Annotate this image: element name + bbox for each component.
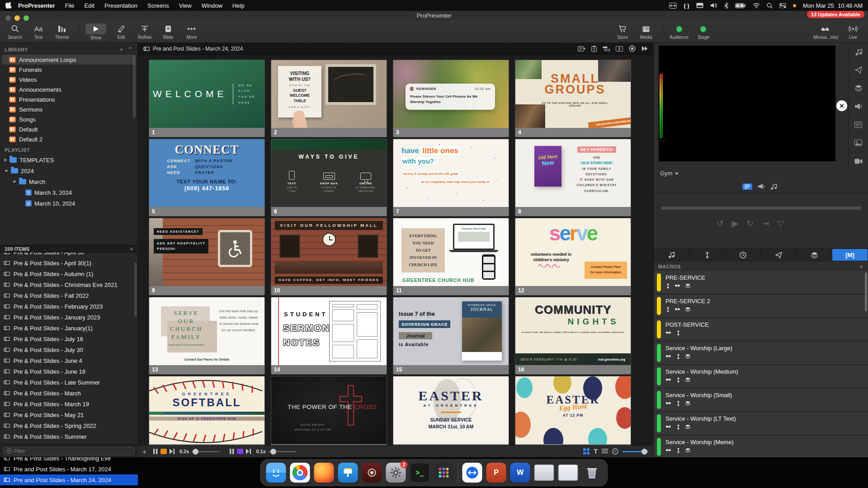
tab-audio[interactable]	[654, 249, 689, 261]
slide-thumbnail-9[interactable]: NEED ASSISTANCE? ASK ANY HOSPITALITYPERS…	[149, 218, 265, 296]
finder-dock-icon[interactable]	[266, 463, 286, 483]
settings-dock-icon[interactable]: 2	[386, 463, 406, 483]
presentation-list-item[interactable]: Pre & Post Slides - Autumn (1)	[0, 268, 138, 279]
rewind-15-button[interactable]: ↺	[717, 218, 724, 229]
list-view-icon[interactable]	[602, 449, 608, 454]
slide-thumbnail-19[interactable]: EASTER AT GREENTREE SUNDAY SERVICEMARCH …	[393, 376, 509, 454]
media-bin-icon[interactable]	[578, 46, 585, 52]
library-item[interactable]: Sermons	[0, 104, 137, 114]
updates-available-badge[interactable]: 13 Updates Available	[807, 11, 864, 18]
slide-thumbnail-4[interactable]: SMALLGROUPS GO TO THE HUB FOR INFO ON AL…	[515, 60, 631, 137]
playlist-folder-march[interactable]: March	[0, 176, 137, 187]
slide-thumbnail-11[interactable]: EVERYTHINGYOU NEEDTO GETINVOLVED INCHURC…	[393, 218, 509, 296]
teamviewer-dock-icon[interactable]	[462, 463, 482, 483]
show-button[interactable]: Show	[85, 23, 106, 40]
playback-progress-bar[interactable]	[661, 206, 861, 210]
library-item[interactable]: Announcement Loops	[2, 55, 136, 65]
chevron-right-icon[interactable]	[5, 158, 7, 162]
slide-thumbnail-20[interactable]: EASTER Egg Hunt AT 12 PM 20	[515, 376, 631, 454]
library-item[interactable]: Videos	[0, 75, 137, 84]
word-dock-icon[interactable]: W	[510, 463, 530, 483]
media-loop-chip-purple[interactable]	[237, 449, 243, 454]
slide-thumbnail-5[interactable]: CONNECT CONNECTWITH A PASTOR ASKQUESTION…	[149, 139, 265, 216]
media-loop-chip-orange[interactable]	[160, 449, 167, 454]
menu-item[interactable]: Help	[232, 2, 245, 9]
presentation-list-item[interactable]: Pre & Post Slides - July 16	[0, 333, 138, 344]
presentation-list-item[interactable]: Pre and Post Slides - March 24, 2024	[0, 474, 138, 485]
edit-button[interactable]: Edit	[113, 24, 130, 40]
presentation-list-item[interactable]: Pre & Post Slides - January 2023	[0, 312, 138, 323]
menu-item[interactable]: ProPresenter	[18, 2, 55, 9]
advance-icon[interactable]	[642, 46, 648, 52]
add-macro-button[interactable]: +	[859, 263, 863, 270]
chevron-down-icon[interactable]	[13, 181, 16, 183]
presentation-list-item[interactable]: Pre & Post Slides - Fall 2022	[0, 290, 138, 301]
presentation-list-item[interactable]: Pre & Post Slides - May 21	[0, 409, 138, 420]
presentation-list-item[interactable]: Pre & Post Slides - April 30(1)	[0, 258, 138, 268]
presentation-list-item[interactable]: Pre & Post Slides - June 18	[0, 366, 138, 377]
add-library-button[interactable]: +	[120, 46, 123, 53]
presentation-list-item[interactable]: Pre & Post Slides - Summer	[0, 431, 138, 442]
terminal-dock-icon[interactable]: >_	[410, 463, 430, 483]
powerpoint-dock-icon[interactable]: P	[486, 463, 506, 483]
minimized-window-thumbnail[interactable]	[534, 465, 554, 481]
macros-scrollbar[interactable]	[865, 272, 867, 311]
playlist-folder-templates[interactable]: TEMPLATES	[0, 155, 137, 165]
stage-screens-button[interactable]: Stage	[695, 24, 712, 40]
announcement-mode-button[interactable]	[758, 183, 765, 189]
presentation-list-item[interactable]: Pre & Post Slides - Christmas Eve 2021	[0, 279, 138, 290]
chrome-dock-icon[interactable]	[290, 463, 310, 483]
skip-next-icon[interactable]	[170, 449, 175, 454]
slide-thumbnail-2[interactable]: VISITINGWITH US? STOP BY THE GUESTWELCOM…	[271, 60, 387, 137]
audio-bin-icon[interactable]	[849, 43, 868, 61]
grid-view-icon[interactable]	[583, 448, 590, 455]
tab-macros[interactable]: [M]	[832, 249, 868, 261]
menu-item[interactable]: Edit	[85, 2, 94, 9]
library-item[interactable]: Funerals	[0, 65, 137, 75]
menu-item[interactable]: View	[179, 2, 192, 9]
macro-pre-service[interactable]: PRE-SERVICE	[654, 271, 868, 294]
trash-dock-icon[interactable]	[582, 463, 602, 483]
video-input-icon[interactable]	[849, 152, 868, 170]
spotlight-search-icon[interactable]	[767, 3, 773, 9]
record-target-icon[interactable]	[629, 45, 636, 52]
reflow-button[interactable]: Reflow	[136, 24, 153, 40]
photobooth-dock-icon[interactable]	[362, 463, 382, 483]
size-icon[interactable]	[612, 448, 618, 455]
slide-thumbnail-6[interactable]: WAYS TO GIVE TEXTGIVE TO73256 DROP BOXAT…	[271, 139, 387, 216]
timeline-icon[interactable]	[603, 46, 610, 52]
slide-thumbnail-1[interactable]: WELCOME WE'RE GLADYOU'RE HERE 1	[149, 60, 265, 137]
text-view-icon[interactable]: T	[594, 448, 598, 455]
macro-worship-lt-text[interactable]: Service - Worship (LT Text)	[654, 412, 868, 435]
presentation-list-item[interactable]: Pre & Post Slides - July 30	[0, 344, 138, 355]
slide-thumbnail-10[interactable]: VISIT OUR FELLOWSHIP MALL HAVE COFFEE, G…	[271, 218, 387, 296]
slide-thumbnail-12[interactable]: serve volunteers needed inchildren's min…	[515, 218, 631, 296]
macro-pre-service-2[interactable]: PRE-SERVICE 2	[654, 295, 868, 317]
macro-post-service[interactable]: POST-SERVICE	[654, 318, 868, 341]
battery-icon[interactable]	[735, 3, 746, 8]
play-button[interactable]: ▶	[732, 218, 739, 229]
slide-thumbnail-16[interactable]: COMMUNITY NIGHTS A NIGHT FOR THE WHOLE F…	[515, 297, 631, 375]
presentation-list-item[interactable]: Pre & Post Slides - February 2023	[0, 301, 138, 312]
volume-icon[interactable]	[710, 3, 717, 8]
presentation-list-item[interactable]: Pre & Post Slides - March 19	[0, 399, 138, 409]
search-button[interactable]: Search	[6, 24, 24, 40]
macro-worship-large[interactable]: Service - Worship (Large)	[654, 342, 868, 364]
library-item[interactable]: Songs	[0, 114, 137, 124]
transition-slider[interactable]	[192, 451, 220, 452]
media-library-icon[interactable]	[849, 134, 868, 152]
clipboard-icon[interactable]	[591, 46, 597, 52]
macro-worship-small[interactable]: Service - Worship (Small)	[654, 389, 868, 411]
menu-item[interactable]: Window	[202, 2, 222, 9]
playlist-doc-march-10[interactable]: March 10, 2024	[0, 198, 137, 209]
slide-thumbnail-8[interactable]: Old StoryNew HEY PARENTS! USE'OLD STORY …	[515, 139, 631, 216]
filter-input[interactable]	[14, 448, 132, 454]
presentation-list-item[interactable]: Pre & Post Slides - January(1)	[0, 323, 138, 333]
presentation-list-item[interactable]: Pre & Post Slides - June 4	[0, 355, 138, 366]
layers-icon[interactable]	[849, 80, 868, 98]
library-scrollbar[interactable]	[133, 55, 136, 118]
slide-thumbnail-7[interactable]: have little ones with you? nursery & sun…	[393, 139, 509, 216]
audience-screens-button[interactable]: Audience	[670, 24, 689, 40]
firefox-dock-icon[interactable]	[314, 463, 334, 483]
presentation-list-item[interactable]: Pre & Post Slides - April 30	[0, 253, 138, 258]
